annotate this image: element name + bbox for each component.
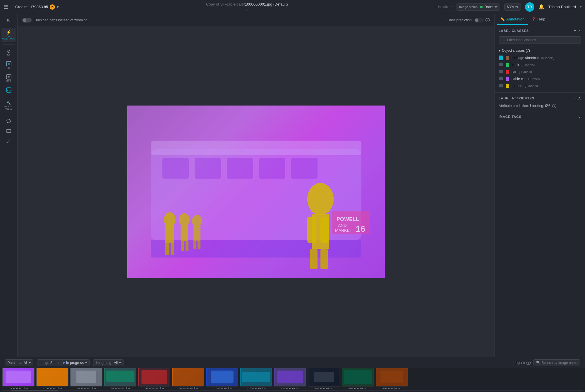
datasets-value: All bbox=[24, 361, 28, 365]
class-prediction-toggle[interactable] bbox=[474, 18, 484, 23]
thumbnail-label-3900: 3900000001.jpg bbox=[111, 387, 130, 389]
thumbnail-item-4000a[interactable]: 4000000001.jpg bbox=[138, 368, 170, 389]
image-tags-collapse-icon[interactable]: ∨ bbox=[578, 114, 581, 119]
class-item-cable-car[interactable]: cable car (1 label) bbox=[499, 75, 581, 82]
annotation-tab-icon: ✏️ bbox=[500, 17, 505, 21]
sidebar-divider-2 bbox=[3, 97, 15, 97]
thumbnail-scrollbar[interactable] bbox=[2, 390, 583, 391]
thumbnail-image-4000a bbox=[138, 368, 170, 386]
filter-classes-input[interactable] bbox=[499, 36, 581, 44]
filter-right: Legend i 🔍 Search by image name bbox=[514, 359, 580, 366]
tab-help[interactable]: ❓ Help bbox=[528, 14, 549, 25]
class-item-heritage-streetcar[interactable]: heritage streetcar (0 labels) bbox=[499, 54, 581, 61]
avatar-initials: TR bbox=[527, 5, 532, 9]
thumbnail-item-4400[interactable]: 4400000001.jpg bbox=[308, 368, 340, 389]
menu-icon[interactable]: ☰ bbox=[4, 4, 12, 10]
canvas-toolbar: Trackpad pans instead of zooming Class p… bbox=[18, 14, 494, 26]
credits-badge: H bbox=[50, 4, 55, 10]
sidebar-item-bti[interactable]: BTI bbox=[1, 86, 16, 94]
class-prediction-info-icon[interactable]: i bbox=[486, 18, 490, 22]
zoom-dropdown[interactable]: 63% ▾ bbox=[504, 4, 521, 11]
class-item-truck[interactable]: truck (0 labels) bbox=[499, 61, 581, 68]
sidebar-item-ses[interactable]: SES bbox=[1, 72, 16, 84]
sidebar-item-is[interactable]: IS bbox=[1, 59, 16, 71]
thumbnail-item-4200[interactable]: 4200000001.jpg bbox=[240, 368, 272, 389]
thumbnail-image-4400 bbox=[308, 368, 340, 386]
image-tag-dropdown[interactable]: Image tag: All ▾ bbox=[93, 359, 123, 366]
user-chevron-icon[interactable]: ▾ bbox=[580, 5, 581, 8]
svg-rect-25 bbox=[310, 249, 318, 269]
thumbnail-item-4700[interactable]: 4700000001.jpg bbox=[376, 368, 408, 389]
collapse-classes-icon[interactable]: ∧ bbox=[578, 28, 581, 33]
class-item-car[interactable]: car (0 labels) bbox=[499, 68, 581, 75]
is-icon bbox=[6, 61, 11, 66]
filename: 1000000001.jpg (Default) bbox=[245, 2, 288, 6]
collapse-attributes-icon[interactable]: ∧ bbox=[578, 96, 581, 101]
thumbnail-item-3700[interactable]: 3700000001.jpg bbox=[36, 368, 68, 389]
image-tags-title: IMAGE TAGS bbox=[499, 115, 521, 118]
heritage-streetcar-color bbox=[506, 56, 509, 60]
user-name[interactable]: Tristan Rouillard bbox=[548, 5, 576, 9]
search-images-input[interactable]: 🔍 Search by image name bbox=[533, 359, 580, 366]
person-name: person bbox=[512, 84, 522, 88]
right-panel: ✏️ Annotation ❓ Help LABEL CLASSES + ∧ 🔍 bbox=[494, 14, 585, 357]
thumbnail-item-1800[interactable]: 1800000001.jpg bbox=[2, 368, 35, 389]
sidebar-item-od[interactable]: ⊙ OD bbox=[1, 47, 16, 58]
thumbnail-label-3700: 3700000001.jpg bbox=[43, 387, 62, 389]
image-status-dropdown[interactable]: Image status: Done ▾ bbox=[457, 4, 500, 11]
filter-wrapper: 🔍 bbox=[499, 36, 581, 46]
sidebar-item-ai-assistants[interactable]: ⚡ AIASSISTANTS bbox=[1, 28, 16, 42]
credits-chevron[interactable]: ▾ bbox=[57, 5, 59, 9]
svg-point-31 bbox=[179, 213, 190, 226]
svg-rect-24 bbox=[320, 217, 329, 243]
sidebar-item-brush[interactable] bbox=[1, 137, 16, 145]
ses-icon bbox=[6, 74, 11, 80]
svg-point-35 bbox=[192, 215, 202, 227]
svg-rect-61 bbox=[106, 371, 135, 382]
notification-bell-icon[interactable]: 🔔 bbox=[538, 4, 544, 10]
canvas-image[interactable]: POWELL AND MARKET 16 bbox=[127, 106, 385, 278]
image-status-filter-dropdown[interactable]: Image Status: In progress ▾ bbox=[37, 359, 90, 366]
canvas-handle-icon[interactable]: ⌄ bbox=[254, 271, 258, 277]
thumbnail-label-4300: 4300000001.jpg bbox=[281, 387, 300, 389]
trackpad-toggle-switch[interactable] bbox=[22, 18, 32, 23]
car-count: (0 labels) bbox=[519, 70, 532, 74]
thumbnail-item-4500[interactable]: 4500000001.jpg bbox=[342, 368, 374, 389]
attribute-prediction: Attribute prediction: Labeling: 0% i bbox=[499, 104, 581, 108]
sidebar-divider-1 bbox=[3, 44, 15, 45]
main-area: ↻ ⚡ AIASSISTANTS ⊙ OD IS SES bbox=[0, 14, 585, 357]
tab-annotation[interactable]: ✏️ Annotation bbox=[497, 14, 528, 25]
legend-info-icon[interactable]: i bbox=[526, 361, 531, 365]
label-classes-title: LABEL CLASSES bbox=[499, 29, 529, 32]
sidebar-item-sync[interactable]: ↻ bbox=[1, 16, 16, 25]
canvas-image-container[interactable]: POWELL AND MARKET 16 bbox=[18, 26, 494, 357]
bti-icon: BTI bbox=[6, 87, 11, 93]
in-progress-dot bbox=[63, 362, 65, 364]
image-tag-chevron-icon: ▾ bbox=[119, 361, 121, 365]
panel-tabs: ✏️ Annotation ❓ Help bbox=[495, 14, 585, 25]
svg-rect-32 bbox=[181, 225, 188, 241]
thumbnail-item-3800[interactable]: 3800000001.jpg bbox=[70, 368, 102, 389]
thumbnail-item-4300[interactable]: 4300000001.jpg bbox=[274, 368, 306, 389]
add-attribute-icon[interactable]: + bbox=[574, 96, 576, 101]
expand-arrow[interactable]: › bbox=[246, 7, 248, 12]
svg-rect-66 bbox=[211, 371, 234, 384]
thumbnail-item-4100[interactable]: 4100000001.jpg bbox=[206, 368, 238, 389]
status-chevron-icon: ▾ bbox=[495, 5, 497, 8]
svg-rect-72 bbox=[314, 372, 334, 382]
attribute-prediction-info-icon[interactable]: i bbox=[552, 104, 556, 108]
person-count: (5 labels) bbox=[525, 84, 538, 88]
bottom-bar: Datasets: All ▾ Image Status: In progres… bbox=[0, 357, 585, 392]
sidebar-item-manual-tools[interactable]: 🔧 MANUALTOOLS bbox=[1, 99, 16, 112]
class-item-person[interactable]: person (5 labels) bbox=[499, 82, 581, 89]
datasets-dropdown[interactable]: Datasets: All ▾ bbox=[5, 359, 33, 366]
sidebar-item-polygon[interactable] bbox=[1, 117, 16, 125]
thumbnail-item-3900[interactable]: 3900000001.jpg bbox=[104, 368, 136, 389]
sidebar-item-rectangle[interactable] bbox=[1, 127, 16, 135]
object-classes-header[interactable]: ▾ Object classes (7) bbox=[499, 49, 581, 53]
thumbnail-item-4000b[interactable]: 4000000001.jpg bbox=[172, 368, 204, 389]
user-avatar[interactable]: TR bbox=[525, 2, 534, 12]
thumbnails-row: 1800000001.jpg 3700000001.jpg 3800000001… bbox=[0, 368, 585, 389]
add-class-icon[interactable]: + bbox=[574, 28, 576, 33]
legend-button[interactable]: Legend i bbox=[514, 361, 531, 365]
